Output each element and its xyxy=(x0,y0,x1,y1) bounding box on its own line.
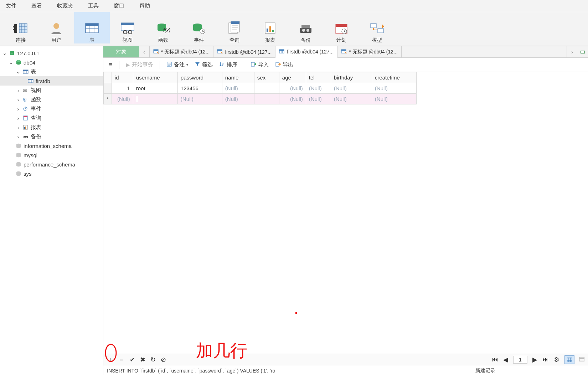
ribbon-function-button[interactable]: f(x)函数 xyxy=(145,12,181,43)
first-record-button[interactable]: ⏮ xyxy=(492,356,498,363)
ribbon-view-button[interactable]: 视图 xyxy=(110,12,145,43)
column-header[interactable]: createtime xyxy=(372,72,416,83)
add-record-button[interactable]: ＋ xyxy=(107,355,113,364)
row-indicator[interactable] xyxy=(104,83,112,94)
filter-button[interactable]: 筛选 xyxy=(195,61,213,68)
tree-database[interactable]: ⌄ db04 xyxy=(0,58,103,67)
menu-file[interactable]: 文件 xyxy=(4,2,18,10)
tree-group-view[interactable]: ›oo视图 xyxy=(0,86,103,95)
tree-database[interactable]: sys xyxy=(0,169,103,178)
grid-cell-editing[interactable] xyxy=(133,94,177,104)
doc-tab[interactable]: firstdb @db04 (127... xyxy=(275,46,337,58)
object-tab[interactable]: 对象 xyxy=(103,46,139,57)
sort-button[interactable]: 排序 xyxy=(219,61,237,68)
menu-window[interactable]: 窗口 xyxy=(112,2,126,10)
sidebar-tree[interactable]: ⌄ 127.0.0.1 ⌄ db04 ⌄ 表 firstdb ›oo视图›f()… xyxy=(0,46,103,375)
grid-cell[interactable] xyxy=(254,94,279,104)
form-view-toggle[interactable] xyxy=(579,356,584,363)
column-header[interactable]: birthday xyxy=(331,72,372,83)
tree-group-query[interactable]: ›查询 xyxy=(0,113,103,123)
export-button[interactable]: 导出 xyxy=(275,61,293,68)
column-header[interactable]: id xyxy=(112,72,133,83)
ribbon-connect-button[interactable]: 连接 xyxy=(3,12,38,43)
grid-cell[interactable]: (Null) xyxy=(331,83,372,94)
grid-cell[interactable]: (Null) xyxy=(222,94,254,104)
grid-cell[interactable]: root xyxy=(133,83,177,94)
tree-database[interactable]: mysql xyxy=(0,150,103,160)
prev-record-button[interactable]: ◀ xyxy=(503,356,508,364)
menu-help[interactable]: 帮助 xyxy=(138,2,151,10)
expander-icon[interactable]: › xyxy=(16,97,21,103)
expander-icon[interactable]: ⌄ xyxy=(2,50,7,56)
delete-record-button[interactable]: － xyxy=(118,355,125,364)
tab-prev-button[interactable]: ‹ xyxy=(139,46,150,57)
tree-table-firstdb[interactable]: firstdb xyxy=(0,76,103,86)
ribbon-model-button[interactable]: 模型 xyxy=(359,12,395,43)
grid-cell[interactable] xyxy=(254,83,279,94)
last-record-button[interactable]: ⏭ xyxy=(542,356,549,363)
grid-cell[interactable]: (Null) xyxy=(372,83,416,94)
column-header[interactable]: age xyxy=(279,72,306,83)
expander-icon[interactable]: › xyxy=(16,106,21,112)
tree-database[interactable]: performance_schema xyxy=(0,160,103,169)
menu-view[interactable]: 查看 xyxy=(30,2,43,10)
grid-cell[interactable]: (Null) xyxy=(331,94,372,104)
column-header[interactable]: password xyxy=(177,72,222,83)
grid-cell[interactable]: 1 xyxy=(112,83,133,94)
column-header[interactable]: sex xyxy=(254,72,279,83)
ribbon-report-button[interactable]: 报表 xyxy=(252,12,288,43)
tree-database[interactable]: information_schema xyxy=(0,141,103,150)
page-input[interactable] xyxy=(513,356,527,364)
table-row[interactable]: 1root123456(Null)(Null)(Null)(Null)(Null… xyxy=(104,83,417,94)
menu-tools[interactable]: 工具 xyxy=(87,2,100,10)
tab-more-button[interactable] xyxy=(577,46,588,57)
expander-icon[interactable]: ⌄ xyxy=(9,59,14,66)
tree-group-report[interactable]: ›报表 xyxy=(0,123,103,132)
expander-icon[interactable]: › xyxy=(16,134,21,140)
column-header[interactable]: tel xyxy=(306,72,331,83)
doc-tab[interactable]: * 无标题 @db04 (12... xyxy=(150,46,213,57)
settings-button[interactable]: ⚙ xyxy=(554,356,559,364)
refresh-button[interactable]: ↻ xyxy=(150,356,156,364)
grid-cell[interactable]: (Null) xyxy=(279,94,306,104)
ribbon-backup-button[interactable]: 备份 xyxy=(288,12,324,43)
grid-cell[interactable]: (Null) xyxy=(177,94,222,104)
grid-cell[interactable]: (Null) xyxy=(112,94,133,104)
ribbon-user-button[interactable]: 用户 xyxy=(38,12,74,43)
ribbon-table-button[interactable]: 表 xyxy=(74,12,110,43)
ribbon-event-button[interactable]: 事件 xyxy=(181,12,217,43)
expander-icon[interactable]: › xyxy=(16,115,21,121)
import-button[interactable]: 导入 xyxy=(251,61,269,68)
grid-cell[interactable]: (Null) xyxy=(372,94,416,104)
column-header[interactable]: username xyxy=(133,72,177,83)
data-grid[interactable]: idusernamepasswordnamesexagetelbirthdayc… xyxy=(103,72,588,375)
expander-icon[interactable]: › xyxy=(16,87,21,93)
menu-fav[interactable]: 收藏夹 xyxy=(56,2,74,10)
new-row[interactable]: *(Null)(Null)(Null)(Null)(Null)(Null)(Nu… xyxy=(104,94,417,104)
tree-group-backup[interactable]: ›备份 xyxy=(0,132,103,141)
cancel-button[interactable]: ✖ xyxy=(140,356,145,364)
begin-transaction-button[interactable]: ▶ 开始事务 xyxy=(126,61,153,68)
grid-cell[interactable]: 123456 xyxy=(177,83,222,94)
tree-group-event[interactable]: ›事件 xyxy=(0,104,103,113)
tree-tables-group[interactable]: ⌄ 表 xyxy=(0,67,103,76)
grid-cell[interactable]: (Null) xyxy=(279,83,306,94)
hamburger-button[interactable]: ≡ xyxy=(108,61,113,69)
memo-button[interactable]: 备注 ▾ xyxy=(166,61,188,68)
expander-icon[interactable]: ⌄ xyxy=(16,68,21,75)
grid-cell[interactable]: (Null) xyxy=(306,94,331,104)
grid-view-toggle[interactable] xyxy=(564,355,574,364)
stop-button[interactable]: ⊘ xyxy=(161,356,166,364)
row-indicator[interactable]: * xyxy=(104,94,112,104)
grid-cell[interactable]: (Null) xyxy=(306,83,331,94)
doc-tab[interactable]: * 无标题 @db04 (12... xyxy=(337,46,401,57)
tab-next-button[interactable]: › xyxy=(567,46,577,57)
next-record-button[interactable]: ▶ xyxy=(532,356,537,364)
grid-cell[interactable]: (Null) xyxy=(222,83,254,94)
doc-tab[interactable]: firstdb @db04 (127... xyxy=(213,46,275,57)
ribbon-schedule-button[interactable]: 计划 xyxy=(324,12,359,43)
ribbon-query-button[interactable]: 查询 xyxy=(217,12,252,43)
column-header[interactable]: name xyxy=(222,72,254,83)
apply-button[interactable]: ✔ xyxy=(130,356,135,364)
expander-icon[interactable]: › xyxy=(16,124,21,130)
